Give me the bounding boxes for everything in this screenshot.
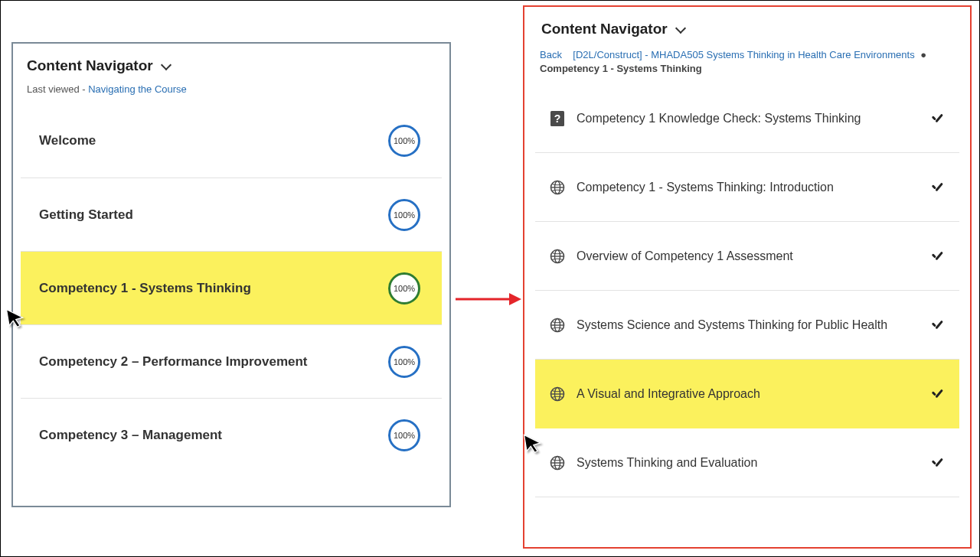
progress-ring: 100% [388,419,420,451]
content-item[interactable]: ?Competency 1 Knowledge Check: Systems T… [535,84,959,153]
breadcrumb-separator: ● [917,49,929,60]
module-label: Welcome [39,133,96,148]
content-navigator-header[interactable]: Content Navigator [21,57,442,83]
progress-ring: 100% [388,199,420,231]
module-row[interactable]: Competency 2 – Performance Improvement10… [21,324,442,398]
checkmark-icon [930,249,946,264]
content-item-label: A Visual and Integrative Approach [577,387,920,401]
web-icon [549,248,566,265]
module-label: Competency 1 - Systems Thinking [39,281,251,296]
content-list: ?Competency 1 Knowledge Check: Systems T… [535,84,959,497]
right-panel: Content Navigator Back [D2L/Construct] -… [523,5,972,549]
left-panel: Content Navigator Last viewed - Navigati… [11,42,451,507]
checkmark-icon [930,318,946,333]
module-row[interactable]: Getting Started100% [21,178,442,251]
content-navigator-title: Content Navigator [541,21,668,37]
content-navigator-header[interactable]: Content Navigator [535,21,959,47]
content-item-label: Competency 1 - Systems Thinking: Introdu… [577,181,920,194]
chevron-down-icon [161,60,173,72]
content-item[interactable]: Competency 1 - Systems Thinking: Introdu… [535,153,959,222]
module-row[interactable]: Competency 1 - Systems Thinking100% [21,251,442,324]
quiz-icon: ? [549,110,566,127]
arrow-icon [454,290,521,308]
checkmark-icon [930,386,946,402]
breadcrumb: Back [D2L/Construct] - MHADA505 Systems … [535,47,959,84]
web-icon [549,179,566,196]
module-label: Competency 2 – Performance Improvement [39,354,308,370]
content-item-label: Overview of Competency 1 Assessment [577,249,920,263]
module-row[interactable]: Competency 3 – Management100% [21,398,442,471]
content-navigator-title: Content Navigator [27,57,153,74]
module-label: Competency 3 – Management [39,428,222,443]
module-list: Welcome100%Getting Started100%Competency… [21,104,442,471]
web-icon [549,317,566,334]
progress-ring: 100% [388,346,420,378]
breadcrumb-course[interactable]: [D2L/Construct] - MHADA505 Systems Think… [573,49,914,60]
checkmark-icon [930,455,946,471]
content-item-label: Systems Thinking and Evaluation [577,456,920,470]
progress-ring: 100% [388,272,420,305]
content-item[interactable]: Overview of Competency 1 Assessment [535,222,959,291]
svg-marker-1 [509,293,521,305]
content-item[interactable]: A Visual and Integrative Approach [535,360,959,428]
svg-text:?: ? [554,112,561,125]
checkmark-icon [930,180,946,195]
progress-ring: 100% [388,125,420,157]
last-viewed-label: Last viewed - [27,83,88,95]
web-icon [549,386,566,402]
content-item-label: Systems Science and Systems Thinking for… [577,318,920,332]
module-row[interactable]: Welcome100% [21,104,442,178]
web-icon [549,454,566,471]
breadcrumb-back[interactable]: Back [540,49,562,60]
chevron-down-icon [675,23,688,35]
last-viewed-link[interactable]: Navigating the Course [88,83,187,95]
breadcrumb-current: Competency 1 - Systems Thinking [540,63,702,74]
last-viewed: Last viewed - Navigating the Course [21,83,442,104]
module-label: Getting Started [39,207,133,223]
content-item[interactable]: Systems Science and Systems Thinking for… [535,291,959,360]
content-item-label: Competency 1 Knowledge Check: Systems Th… [577,112,920,125]
checkmark-icon [930,111,946,126]
content-item[interactable]: Systems Thinking and Evaluation [535,428,959,497]
